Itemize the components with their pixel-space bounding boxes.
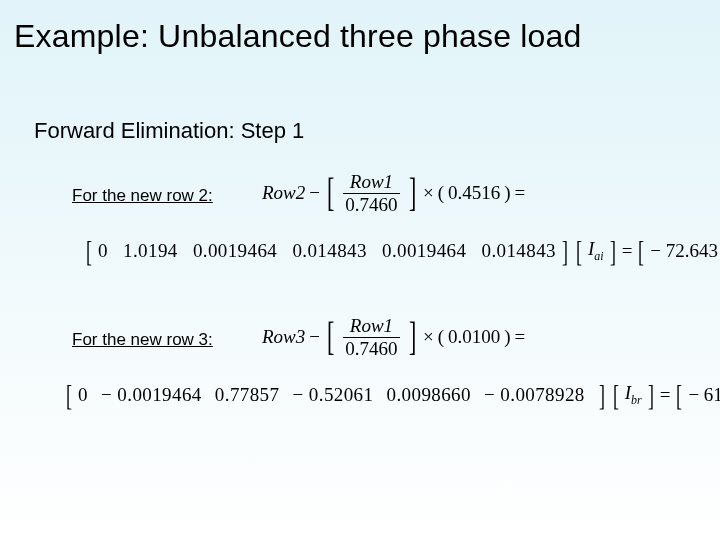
row2-fraction: Row1 0.7460 <box>343 172 399 215</box>
row3-matrix: 0 − 0.0019464 0.77857 − 0.52061 0.009866… <box>78 384 593 406</box>
row2-formula: Row2 − [ Row1 0.7460 ] × (0.4516) = <box>262 172 525 215</box>
right-bracket-icon: ] <box>409 176 416 210</box>
row3-rhs: − 61.609 <box>688 384 720 406</box>
row2-result: [ 0 1.0194 0.0019464 0.014843 0.0019464 … <box>84 238 720 264</box>
row3-formula-lhs: Row3 <box>262 326 305 348</box>
row2-formula-lhs: Row2 <box>262 182 305 204</box>
row3-label: For the new row 3: <box>72 330 213 350</box>
row3-mult: 0.0100 <box>448 326 500 348</box>
row3-mult-open: ( <box>438 326 444 348</box>
times-icon: × <box>423 182 434 204</box>
left-bracket-icon: [ <box>327 320 334 354</box>
right-bracket-icon: ] <box>599 383 605 407</box>
left-bracket-icon: [ <box>86 239 92 263</box>
left-bracket-icon: [ <box>66 383 72 407</box>
right-bracket-icon: ] <box>562 239 568 263</box>
equals-icon: = <box>515 182 526 204</box>
equals-icon: = <box>622 240 633 262</box>
row3-mult-close: ) <box>504 326 510 348</box>
row3-frac-num: Row1 <box>348 316 395 337</box>
left-bracket-icon: [ <box>638 239 644 263</box>
row3-fraction: Row1 0.7460 <box>343 316 399 359</box>
row2-rhs: − 72.643 <box>650 240 718 262</box>
equals-icon: = <box>660 384 671 406</box>
row2-frac-den: 0.7460 <box>343 193 399 215</box>
row2-mult: 0.4516 <box>448 182 500 204</box>
row2-matrix: 0 1.0194 0.0019464 0.014843 0.0019464 0.… <box>98 240 556 262</box>
row2-mult-close: ) <box>504 182 510 204</box>
row2-label: For the new row 2: <box>72 186 213 206</box>
step-subtitle: Forward Elimination: Step 1 <box>34 118 304 144</box>
row2-var: Iai <box>588 238 604 264</box>
left-bracket-icon: [ <box>613 383 619 407</box>
row3-result: [ 0 − 0.0019464 0.77857 − 0.52061 0.0098… <box>64 382 720 408</box>
times-icon: × <box>423 326 434 348</box>
left-bracket-icon: [ <box>576 239 582 263</box>
row2-frac-num: Row1 <box>348 172 395 193</box>
row3-var: Ibr <box>625 382 642 408</box>
row2-mult-open: ( <box>438 182 444 204</box>
equals-icon: = <box>515 326 526 348</box>
right-bracket-icon: ] <box>409 320 416 354</box>
slide: Example: Unbalanced three phase load For… <box>0 0 720 540</box>
right-bracket-icon: ] <box>610 239 616 263</box>
right-bracket-icon: ] <box>648 383 654 407</box>
minus-icon: − <box>309 326 320 348</box>
minus-icon: − <box>309 182 320 204</box>
row3-frac-den: 0.7460 <box>343 337 399 359</box>
row3-formula: Row3 − [ Row1 0.7460 ] × (0.0100) = <box>262 316 525 359</box>
left-bracket-icon: [ <box>676 383 682 407</box>
left-bracket-icon: [ <box>327 176 334 210</box>
slide-title: Example: Unbalanced three phase load <box>14 18 582 55</box>
